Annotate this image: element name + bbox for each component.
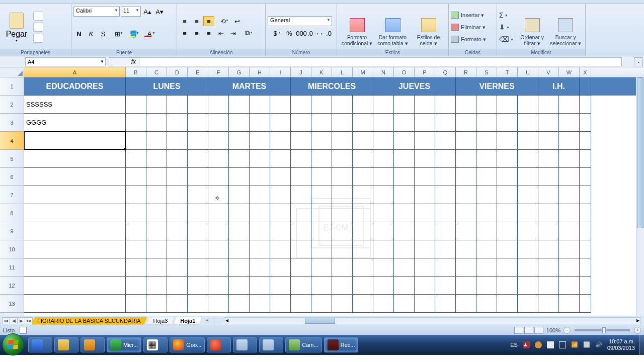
cell[interactable] (353, 168, 373, 186)
autosum-button[interactable]: Σ▼ (499, 10, 516, 20)
cell[interactable] (559, 277, 580, 295)
cell[interactable] (250, 240, 270, 258)
cell[interactable] (24, 240, 126, 258)
cell[interactable] (24, 295, 126, 313)
cell[interactable] (435, 186, 456, 204)
cell[interactable] (126, 240, 146, 258)
cell[interactable] (476, 277, 497, 295)
cell[interactable] (456, 258, 476, 277)
cell[interactable] (415, 186, 435, 204)
copy-button[interactable] (33, 23, 43, 32)
cell[interactable] (270, 240, 291, 258)
start-button[interactable] (2, 333, 24, 355)
conditional-format-button[interactable]: Formato condicional ▾ (339, 8, 375, 47)
cell[interactable] (188, 240, 208, 258)
cell[interactable] (476, 132, 497, 150)
cell[interactable] (538, 114, 559, 132)
taskbar-item[interactable] (143, 337, 168, 352)
view-pagebreak-button[interactable] (534, 327, 543, 334)
sheet-tab[interactable]: HORARIO DE LA BASICA SECUNDARIA (32, 317, 147, 325)
cell[interactable] (188, 168, 208, 186)
cell[interactable] (476, 240, 497, 258)
col-header-T[interactable]: T (497, 67, 518, 77)
dec-indent-button[interactable]: ⇤ (215, 28, 226, 38)
cell[interactable] (456, 96, 476, 114)
cell[interactable] (208, 258, 229, 277)
cell[interactable] (229, 132, 250, 150)
align-right-button[interactable]: ≡ (203, 28, 214, 38)
cell[interactable] (456, 114, 476, 132)
cell[interactable] (311, 132, 332, 150)
cell[interactable] (167, 204, 188, 222)
cell[interactable] (394, 295, 415, 313)
cell[interactable] (435, 240, 456, 258)
zoom-slider[interactable] (575, 329, 630, 331)
cell[interactable] (497, 132, 518, 150)
cell[interactable] (353, 258, 373, 277)
cell[interactable] (353, 277, 373, 295)
taskbar-item[interactable]: Rec... (324, 337, 359, 352)
cell[interactable] (394, 168, 415, 186)
cell[interactable] (146, 295, 167, 313)
cell[interactable] (373, 186, 394, 204)
cell[interactable] (435, 96, 456, 114)
cell[interactable] (24, 132, 126, 150)
col-header-I[interactable]: I (270, 67, 291, 77)
cell[interactable] (250, 96, 270, 114)
cell[interactable] (538, 295, 559, 313)
cell[interactable] (373, 258, 394, 277)
cell[interactable] (270, 277, 291, 295)
cell-styles-button[interactable]: Estilos de celda ▾ (411, 8, 446, 47)
cell[interactable] (188, 114, 208, 132)
cell[interactable] (456, 277, 476, 295)
taskbar-item[interactable] (207, 337, 231, 352)
cell[interactable] (311, 96, 332, 114)
cell[interactable] (518, 240, 538, 258)
tray-icon[interactable]: ⬜ (583, 341, 590, 348)
orientation-button[interactable]: ⟲▼ (215, 16, 230, 26)
cell[interactable] (229, 204, 250, 222)
cell[interactable] (373, 295, 394, 313)
cell[interactable] (291, 132, 311, 150)
cell[interactable] (270, 204, 291, 222)
cell[interactable] (229, 295, 250, 313)
col-header-W[interactable]: W (559, 67, 580, 77)
cell[interactable] (415, 150, 435, 168)
col-header-X[interactable]: X (580, 67, 591, 77)
cell[interactable] (250, 168, 270, 186)
cell[interactable] (476, 114, 497, 132)
show-desktop-button[interactable] (639, 335, 644, 355)
col-header-U[interactable]: U (518, 67, 538, 77)
cell[interactable] (188, 222, 208, 240)
merged-header[interactable]: VIERNES (456, 77, 538, 96)
cell[interactable] (146, 96, 167, 114)
cell[interactable] (167, 240, 188, 258)
cell[interactable] (332, 277, 353, 295)
cell[interactable] (456, 204, 476, 222)
cell[interactable] (291, 186, 311, 204)
cell[interactable] (580, 204, 591, 222)
number-format-combo[interactable]: General▼ (268, 16, 332, 26)
taskbar-item[interactable]: Micr... (107, 337, 141, 352)
cell[interactable] (476, 204, 497, 222)
cell[interactable] (126, 96, 146, 114)
cell[interactable] (580, 114, 591, 132)
cell[interactable] (146, 240, 167, 258)
cell[interactable] (126, 277, 146, 295)
italic-button[interactable]: K (86, 29, 97, 39)
cell[interactable] (208, 295, 229, 313)
cell[interactable] (559, 204, 580, 222)
cell[interactable] (394, 186, 415, 204)
currency-button[interactable]: $▼ (268, 28, 283, 38)
align-center-button[interactable]: ≡ (191, 28, 202, 38)
cell[interactable] (497, 222, 518, 240)
cell[interactable] (394, 150, 415, 168)
cell[interactable] (311, 277, 332, 295)
cell[interactable] (167, 258, 188, 277)
select-all-button[interactable] (0, 67, 24, 77)
cell[interactable] (250, 132, 270, 150)
font-name-combo[interactable]: Calibri▼ (73, 7, 120, 17)
cell[interactable] (373, 168, 394, 186)
cell[interactable] (229, 96, 250, 114)
cell[interactable] (518, 186, 538, 204)
